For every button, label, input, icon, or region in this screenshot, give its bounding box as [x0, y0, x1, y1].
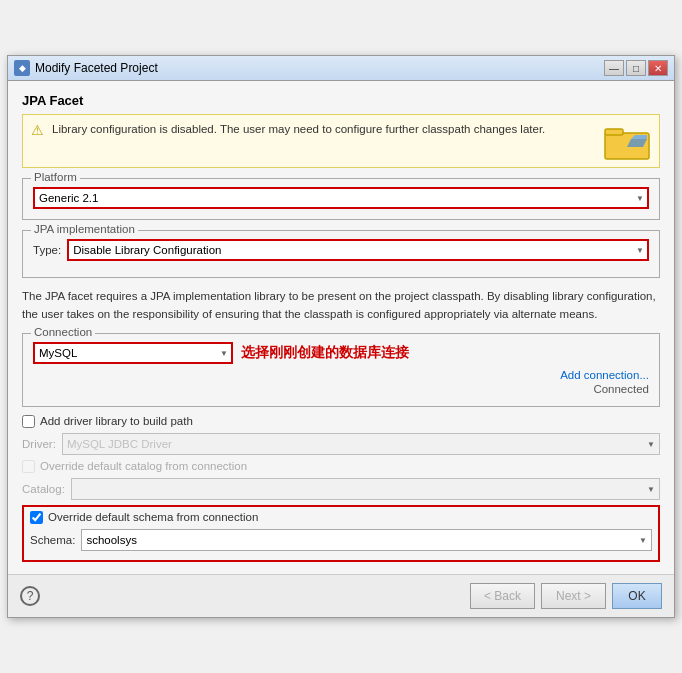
- catalog-row: Catalog:: [22, 478, 660, 500]
- driver-label: Driver:: [22, 438, 56, 450]
- jpa-implementation-group: JPA implementation Type: Disable Library…: [22, 230, 660, 278]
- platform-label: Platform: [31, 171, 80, 183]
- maximize-button[interactable]: □: [626, 60, 646, 76]
- main-window: ◆ Modify Faceted Project — □ ✕ JPA Facet…: [7, 55, 675, 618]
- driver-select-wrapper: MySQL JDBC Driver: [62, 433, 660, 455]
- titlebar-left: ◆ Modify Faceted Project: [14, 60, 158, 76]
- catalog-label: Catalog:: [22, 483, 65, 495]
- driver-options: Add driver library to build path Driver:…: [22, 415, 660, 562]
- window-title: Modify Faceted Project: [35, 61, 158, 75]
- ok-button[interactable]: OK: [612, 583, 662, 609]
- svg-rect-1: [605, 129, 623, 135]
- titlebar: ◆ Modify Faceted Project — □ ✕: [8, 56, 674, 81]
- override-schema-row: Override default schema from connection: [30, 511, 652, 524]
- footer: ? < Back Next > OK: [8, 574, 674, 617]
- main-content: JPA Facet ⚠ Library configuration is dis…: [8, 81, 674, 574]
- schema-select-wrapper: schoolsys: [81, 529, 652, 551]
- schema-select[interactable]: schoolsys: [81, 529, 652, 551]
- connected-status-container: Connected: [33, 382, 649, 396]
- folder-icon: [603, 121, 651, 161]
- connection-row: MySQL 选择刚刚创建的数据库连接: [33, 342, 649, 364]
- description-text: The JPA facet requires a JPA implementat…: [22, 288, 660, 323]
- footer-buttons: < Back Next > OK: [470, 583, 662, 609]
- platform-select-wrapper: Generic 2.1: [33, 187, 649, 209]
- override-schema-checkbox[interactable]: [30, 511, 43, 524]
- override-catalog-checkbox[interactable]: [22, 460, 35, 473]
- warning-bar: ⚠ Library configuration is disabled. The…: [22, 114, 660, 168]
- connection-select-wrapper: MySQL: [33, 342, 233, 364]
- connected-status: Connected: [593, 383, 649, 395]
- schema-group: Override default schema from connection …: [22, 505, 660, 562]
- type-select[interactable]: Disable Library Configuration: [67, 239, 649, 261]
- schema-label: Schema:: [30, 534, 75, 546]
- driver-row: Driver: MySQL JDBC Driver: [22, 433, 660, 455]
- type-row: Type: Disable Library Configuration: [33, 239, 649, 261]
- close-button[interactable]: ✕: [648, 60, 668, 76]
- type-select-wrapper: Disable Library Configuration: [67, 239, 649, 261]
- minimize-button[interactable]: —: [604, 60, 624, 76]
- platform-group: Platform Generic 2.1: [22, 178, 660, 220]
- connection-group-label: Connection: [31, 326, 95, 338]
- add-driver-label: Add driver library to build path: [40, 415, 193, 427]
- catalog-select-wrapper: [71, 478, 660, 500]
- schema-row: Schema: schoolsys: [30, 529, 652, 551]
- add-connection-container: Add connection...: [33, 368, 649, 382]
- jpa-implementation-group-label: JPA implementation: [31, 223, 138, 235]
- window-icon: ◆: [14, 60, 30, 76]
- footer-left: ?: [20, 586, 40, 606]
- driver-select[interactable]: MySQL JDBC Driver: [62, 433, 660, 455]
- next-button[interactable]: Next >: [541, 583, 606, 609]
- override-catalog-label: Override default catalog from connection: [40, 460, 247, 472]
- titlebar-controls: — □ ✕: [604, 60, 668, 76]
- help-button[interactable]: ?: [20, 586, 40, 606]
- back-button[interactable]: < Back: [470, 583, 535, 609]
- page-title: JPA Facet: [22, 93, 660, 108]
- warning-icon: ⚠: [31, 122, 44, 138]
- override-schema-label: Override default schema from connection: [48, 511, 258, 523]
- catalog-select[interactable]: [71, 478, 660, 500]
- add-connection-link[interactable]: Add connection...: [560, 369, 649, 381]
- connection-group: Connection MySQL 选择刚刚创建的数据库连接 Add connec…: [22, 333, 660, 407]
- add-driver-row: Add driver library to build path: [22, 415, 660, 428]
- type-label: Type:: [33, 244, 61, 256]
- platform-select[interactable]: Generic 2.1: [33, 187, 649, 209]
- override-catalog-row: Override default catalog from connection: [22, 460, 660, 473]
- add-driver-checkbox[interactable]: [22, 415, 35, 428]
- connection-annotation: 选择刚刚创建的数据库连接: [241, 344, 409, 362]
- connection-select[interactable]: MySQL: [33, 342, 233, 364]
- warning-text: Library configuration is disabled. The u…: [52, 121, 545, 137]
